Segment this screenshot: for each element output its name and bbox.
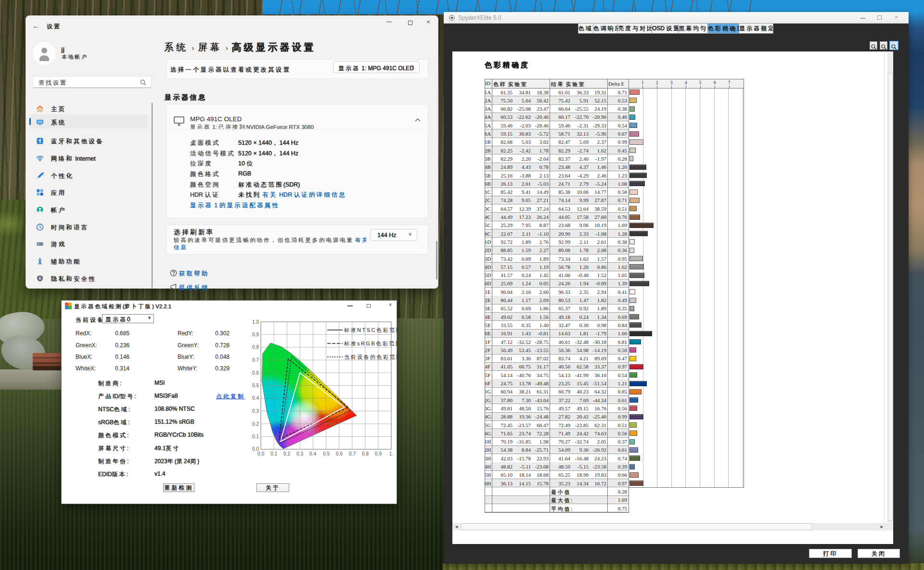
- svg-text:0.8: 0.8: [362, 451, 369, 456]
- svg-text:标准NTSC色彩范围: 标准NTSC色彩范围: [344, 327, 398, 333]
- svg-text:0.5: 0.5: [252, 383, 259, 388]
- svg-text:标准sRGB色彩范围: 标准sRGB色彩范围: [344, 341, 398, 347]
- svg-text:1.0: 1.0: [252, 319, 259, 325]
- svg-text:0.2: 0.2: [283, 451, 290, 456]
- svg-text:0.6: 0.6: [252, 370, 259, 376]
- svg-text:0.5: 0.5: [323, 451, 330, 456]
- svg-text:0.7: 0.7: [252, 357, 259, 363]
- svg-text:0.3: 0.3: [252, 408, 259, 414]
- svg-text:0.1: 0.1: [252, 434, 259, 439]
- svg-text:0.3: 0.3: [296, 451, 303, 456]
- svg-text:当前设备的色彩范围: 当前设备的色彩范围: [344, 354, 398, 360]
- svg-text:0.6: 0.6: [336, 451, 343, 456]
- svg-text:0.4: 0.4: [309, 451, 316, 456]
- svg-text:1.: 1.: [389, 451, 393, 456]
- svg-text:0.0: 0.0: [257, 451, 264, 456]
- svg-text:0.9: 0.9: [375, 451, 382, 456]
- svg-text:0.4: 0.4: [252, 395, 259, 401]
- svg-text:0.2: 0.2: [252, 421, 259, 427]
- svg-text:0.9: 0.9: [252, 332, 259, 337]
- svg-text:0.7: 0.7: [349, 451, 356, 456]
- svg-text:0.8: 0.8: [252, 344, 259, 350]
- svg-text:0.1: 0.1: [270, 451, 277, 456]
